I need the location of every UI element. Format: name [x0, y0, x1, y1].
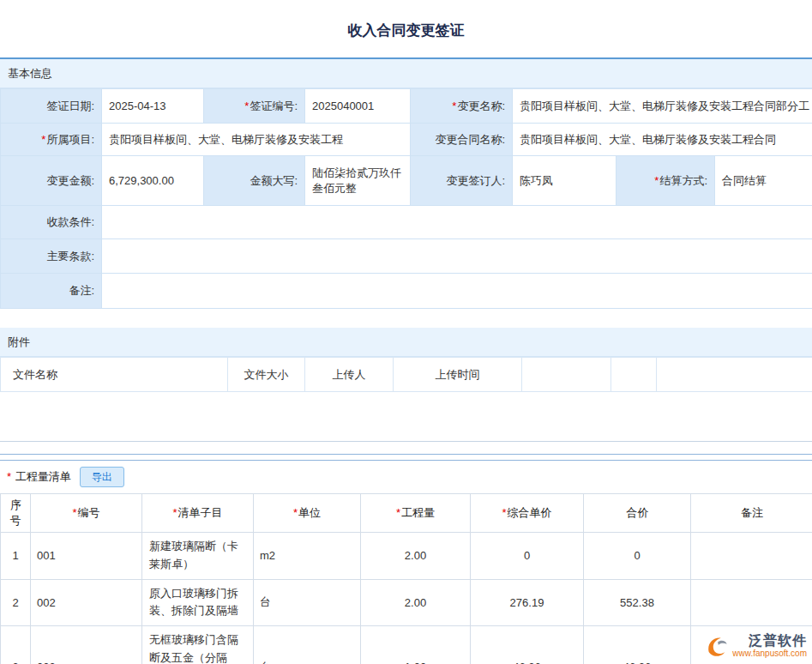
label-main-clauses: 主要条款: — [1, 239, 102, 274]
label-text: 变更签订人: — [446, 174, 505, 187]
cell-remark — [691, 533, 812, 580]
required-star: * — [244, 100, 249, 112]
label-amount-caps: 金额大写: — [204, 156, 305, 206]
label-text: 签证日期: — [46, 100, 94, 112]
header-text: 备注 — [741, 506, 763, 519]
cell-total: 0 — [584, 533, 691, 580]
boq-titlebar: * 工程量清单 导出 — [0, 461, 812, 493]
header-text: 清单子目 — [178, 506, 223, 519]
cell-unit: m2 — [254, 533, 361, 580]
attach-col-empty — [522, 358, 611, 392]
value-amount-caps: 陆佰柒拾贰万玖仟叁佰元整 — [305, 156, 411, 206]
boq-col-item: *清单子目 — [142, 494, 254, 533]
cell-price: 0 — [471, 533, 584, 580]
boq-col-unit: *单位 — [254, 494, 361, 533]
value-change-amount: 6,729,300.00 — [102, 156, 204, 206]
required-star: * — [172, 506, 177, 519]
label-text: 主要条款: — [46, 250, 94, 263]
cell-no: 2 — [1, 579, 31, 626]
row-basic-3: 变更金额: 6,729,300.00 金额大写: 陆佰柒拾贰万玖仟叁佰元整 变更… — [1, 156, 812, 206]
boq-title-text: 工程量清单 — [15, 470, 71, 483]
boq-row: 2 002 原入口玻璃移门拆装、拆除门及隔墙 台 2.00 276.19 552… — [1, 579, 812, 626]
boq-col-price: *综合单价 — [471, 494, 584, 533]
cell-item: 无框玻璃移门含隔断及五金（分隔区）、入口新增玻璃门 金刚含五金 — [142, 626, 254, 664]
value-change-signer: 陈巧凤 — [513, 156, 617, 206]
label-text: 结算方式: — [659, 174, 707, 187]
required-star: * — [654, 174, 659, 187]
cell-item: 原入口玻璃移门拆装、拆除门及隔墙 — [142, 579, 254, 626]
cell-no: 1 — [1, 533, 31, 580]
brand-url: www.fanpusoft.com — [732, 649, 807, 659]
label-change-contract: 变更合同名称: — [411, 124, 513, 156]
label-remark: 备注: — [1, 274, 102, 309]
export-button[interactable]: 导出 — [80, 467, 124, 487]
attachments-empty-area — [0, 392, 812, 442]
brand-watermark: 泛普软件 www.fanpusoft.com — [705, 633, 807, 659]
cell-unit: 台 — [254, 626, 361, 664]
required-star: * — [293, 506, 298, 519]
label-text: 变更合同名称: — [435, 133, 505, 146]
value-main-clauses — [102, 239, 812, 274]
boq-col-total: 合价 — [584, 494, 691, 533]
row-basic-1: 签证日期: 2025-04-13 *签证编号: 2025040001 *变更名称… — [1, 89, 812, 124]
value-sign-no: 2025040001 — [305, 89, 411, 124]
cell-price: 276.19 — [471, 579, 584, 626]
attach-col-file-name: 文件名称 — [1, 358, 228, 392]
boq-col-qty: *工程量 — [361, 494, 471, 533]
boq-table: 序号 *编号 *清单子目 *单位 *工程量 *综合单价 合价 备注 1 001 … — [0, 493, 812, 664]
label-text: 签证编号: — [250, 100, 298, 112]
row-basic-2: *所属项目: 贵阳项目样板间、大堂、电梯厅装修及安装工程 变更合同名称: 贵阳项… — [1, 124, 812, 156]
brand-name: 泛普软件 — [749, 633, 807, 649]
value-change-name: 贵阳项目样板间、大堂、电梯厅装修及安装工程合同部分工 — [513, 89, 812, 124]
value-remark — [102, 274, 812, 309]
attachments-table: 文件名称 文件大小 上传人 上传时间 — [0, 357, 812, 392]
section-separator — [0, 454, 812, 461]
boq-row: 3 003 无框玻璃移门含隔断及五金（分隔区）、入口新增玻璃门 金刚含五金 台 … — [1, 626, 812, 664]
boq-col-remark: 备注 — [691, 494, 812, 533]
boq-col-no: 序号 — [1, 494, 31, 533]
header-text: 综合单价 — [508, 506, 552, 519]
cell-total: 46.26 — [584, 626, 691, 664]
label-text: 变更名称: — [457, 100, 505, 112]
label-change-signer: 变更签订人: — [411, 156, 513, 206]
row-basic-6: 备注: — [1, 274, 812, 309]
header-text: 工程量 — [401, 506, 435, 519]
cell-qty: 2.00 — [361, 579, 471, 626]
label-text: 所属项目: — [46, 133, 94, 146]
attach-col-empty — [611, 358, 657, 392]
row-basic-4: 收款条件: — [1, 206, 812, 239]
required-star: * — [72, 506, 76, 519]
label-text: 备注: — [69, 284, 94, 297]
header-text: 合价 — [627, 506, 649, 519]
required-star: * — [396, 506, 400, 519]
cell-code: 002 — [31, 579, 142, 626]
label-project: *所属项目: — [1, 124, 102, 156]
value-settlement: 合同结算 — [715, 156, 812, 206]
required-star: * — [502, 506, 506, 519]
page-title: 收入合同变更签证 — [0, 0, 812, 57]
basic-info-section-header: 基本信息 — [0, 59, 812, 88]
header-text: 序号 — [10, 498, 22, 527]
boq-section-title: * 工程量清单 — [7, 469, 71, 485]
label-settlement: *结算方式: — [617, 156, 715, 206]
cell-unit: 台 — [254, 579, 361, 626]
cell-qty: 2.00 — [361, 533, 471, 580]
required-star: * — [7, 470, 11, 483]
label-change-name: *变更名称: — [411, 89, 513, 124]
value-change-contract: 贵阳项目样板间、大堂、电梯厅装修及安装工程合同 — [513, 124, 812, 156]
value-sign-date: 2025-04-13 — [102, 89, 204, 124]
label-text: 变更金额: — [46, 174, 94, 187]
label-receipt-terms: 收款条件: — [1, 206, 102, 239]
basic-info-table: 签证日期: 2025-04-13 *签证编号: 2025040001 *变更名称… — [0, 88, 812, 309]
cell-code: 001 — [31, 533, 142, 580]
cell-item: 新建玻璃隔断（卡莱斯卓） — [142, 533, 254, 580]
attach-col-uploader: 上传人 — [305, 358, 394, 392]
label-sign-date: 签证日期: — [1, 89, 102, 124]
attach-col-file-size: 文件大小 — [228, 358, 305, 392]
cell-remark — [691, 579, 812, 626]
value-project: 贵阳项目样板间、大堂、电梯厅装修及安装工程 — [102, 124, 411, 156]
attachments-header-row: 文件名称 文件大小 上传人 上传时间 — [1, 358, 812, 392]
cell-total: 552.38 — [584, 579, 691, 626]
cell-code: 003 — [31, 626, 142, 664]
boq-col-code: *编号 — [31, 494, 142, 533]
